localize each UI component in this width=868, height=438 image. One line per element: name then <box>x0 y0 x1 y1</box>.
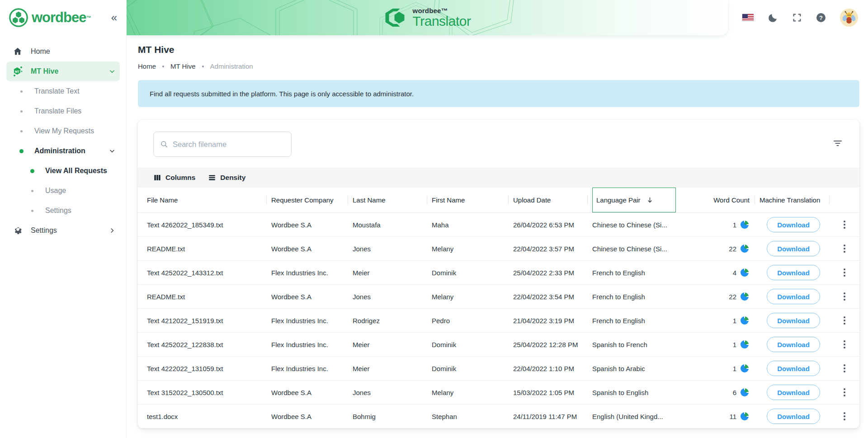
column-header-file-name[interactable]: File Name <box>147 188 271 212</box>
sidebar-item-label: View My Requests <box>34 127 94 135</box>
table-row[interactable]: Text 4222022_131059.txtFlex Industries I… <box>138 357 859 381</box>
search-input[interactable] <box>173 140 285 149</box>
gear-icon <box>12 226 24 235</box>
row-menu-icon[interactable] <box>836 338 853 351</box>
download-button[interactable]: Download <box>767 217 820 232</box>
column-header-machine-translation[interactable]: Machine Translation <box>760 188 834 212</box>
help-icon[interactable]: ? <box>816 12 826 23</box>
file-name-cell: README.txt <box>147 293 271 301</box>
column-header-word-count[interactable]: Word Count <box>676 188 760 212</box>
sidebar-item-home[interactable]: Home <box>6 42 120 61</box>
row-menu-icon[interactable] <box>836 314 853 327</box>
sidebar-item-usage[interactable]: Usage <box>6 181 120 201</box>
column-header-upload-date[interactable]: Upload Date <box>513 188 592 212</box>
first-name-cell: Dominik <box>432 365 513 372</box>
svg-text:?: ? <box>819 14 823 21</box>
download-button[interactable]: Download <box>767 241 820 256</box>
sidebar-item-view-all-requests[interactable]: View All Requests <box>6 161 120 181</box>
last-name-cell: Rodrigez <box>353 317 432 325</box>
logo-wordmark: wordbee <box>32 9 86 25</box>
table-row[interactable]: README.txtWordbee S.AJonesMelany22/04/20… <box>138 285 859 309</box>
word-count-cell: 4 <box>676 268 760 277</box>
file-name-cell: README.txt <box>147 245 271 253</box>
column-header-actions <box>834 188 857 212</box>
row-menu-icon[interactable] <box>836 386 853 399</box>
row-menu-icon[interactable] <box>836 290 853 303</box>
wordbee-logo[interactable]: wordbee™ <box>8 7 91 28</box>
columns-button[interactable]: Columns <box>153 174 195 182</box>
sidebar-item-label: View All Requests <box>45 167 107 175</box>
row-menu-icon[interactable] <box>836 410 853 423</box>
machine-translation-cell: Download <box>760 385 834 400</box>
sidebar-item-translate-text[interactable]: Translate Text <box>6 81 120 101</box>
download-button[interactable]: Download <box>767 385 820 400</box>
actions-cell <box>834 386 857 399</box>
density-button[interactable]: Density <box>208 174 245 182</box>
translator-hexagon-icon <box>384 6 407 29</box>
download-button[interactable]: Download <box>767 337 820 352</box>
column-header-first-name[interactable]: First Name <box>432 188 513 212</box>
word-count-pie-icon[interactable] <box>741 221 749 229</box>
column-separator <box>587 196 588 205</box>
last-name-cell: Meier <box>353 269 432 277</box>
sidebar-item-administration[interactable]: Administration <box>6 141 120 161</box>
mt-hive-icon: MT <box>12 66 24 77</box>
column-header-requester-company[interactable]: Requester Company <box>271 188 353 212</box>
table-row[interactable]: Text 4252022_122838.txtFlex Industries I… <box>138 333 859 357</box>
table-row[interactable]: README.txtWordbee S.AJonesMelany22/04/20… <box>138 237 859 261</box>
word-count-pie-icon[interactable] <box>741 268 749 277</box>
us-flag-icon[interactable] <box>742 14 754 22</box>
download-button[interactable]: Download <box>767 313 820 328</box>
word-count-pie-icon[interactable] <box>741 245 749 253</box>
upload-date-cell: 22/04/2022 3:54 PM <box>513 293 592 301</box>
actions-cell <box>834 242 857 255</box>
column-header-label: Machine Translation <box>760 196 820 204</box>
upload-date-cell: 25/04/2022 2:33 PM <box>513 269 592 277</box>
word-count-pie-icon[interactable] <box>741 316 749 325</box>
row-menu-icon[interactable] <box>836 266 853 279</box>
column-header-last-name[interactable]: Last Name <box>353 188 432 212</box>
banner-wordbee-label: wordbee™ <box>413 7 471 14</box>
filter-icon[interactable] <box>830 135 846 153</box>
row-menu-icon[interactable] <box>836 362 853 375</box>
sidebar-item-settings[interactable]: Settings <box>6 201 120 221</box>
machine-translation-cell: Download <box>760 313 834 328</box>
table-row[interactable]: Text 4212022_151919.txtFlex Industries I… <box>138 309 859 333</box>
sidebar: wordbee™ « HomeMTMT HiveTranslate TextTr… <box>0 0 127 438</box>
sidebar-item-settings[interactable]: Settings <box>6 221 120 240</box>
word-count-pie-icon[interactable] <box>741 388 749 396</box>
column-header-label: Last Name <box>353 196 386 204</box>
word-count-value: 4 <box>733 269 736 277</box>
row-menu-icon[interactable] <box>836 218 853 231</box>
last-name-cell: Moustafa <box>353 221 432 229</box>
download-button[interactable]: Download <box>767 265 820 280</box>
sidebar-collapse-icon[interactable]: « <box>111 12 117 23</box>
sidebar-item-mt-hive[interactable]: MTMT Hive <box>6 61 120 81</box>
word-count-pie-icon[interactable] <box>741 292 749 301</box>
actions-cell <box>834 266 857 279</box>
download-button[interactable]: Download <box>767 409 820 424</box>
word-count-pie-icon[interactable] <box>741 340 749 349</box>
info-banner: Find all requests submitted in the platf… <box>138 80 859 107</box>
table-row[interactable]: Text 4262022_185349.txtWordbee S.AMousta… <box>138 213 859 237</box>
sidebar-item-translate-files[interactable]: Translate Files <box>6 101 120 121</box>
table-row[interactable]: Text 3152022_130500.txtWordbee S.AJonesM… <box>138 381 859 405</box>
upload-date-cell: 26/04/2022 6:53 PM <box>513 221 592 229</box>
dark-mode-moon-icon[interactable] <box>768 12 778 23</box>
breadcrumb-item-mt-hive[interactable]: MT Hive <box>170 62 196 70</box>
user-avatar[interactable] <box>840 9 858 27</box>
table-row[interactable]: test1.docxWordbee S.ABohmigStephan24/11/… <box>138 405 859 429</box>
upload-date-cell: 21/04/2022 3:19 PM <box>513 317 592 325</box>
last-name-cell: Jones <box>353 245 432 253</box>
column-separator <box>348 196 348 205</box>
download-button[interactable]: Download <box>767 361 820 376</box>
table-row[interactable]: Text 4252022_143312.txtFlex Industries I… <box>138 261 859 285</box>
column-header-language-pair[interactable]: Language Pair <box>592 188 676 212</box>
fullscreen-icon[interactable] <box>792 13 802 23</box>
breadcrumb-item-home[interactable]: Home <box>138 62 156 70</box>
word-count-pie-icon[interactable] <box>741 364 749 372</box>
word-count-pie-icon[interactable] <box>741 412 749 420</box>
sidebar-item-view-my-requests[interactable]: View My Requests <box>6 121 120 141</box>
row-menu-icon[interactable] <box>836 242 853 255</box>
download-button[interactable]: Download <box>767 289 820 304</box>
